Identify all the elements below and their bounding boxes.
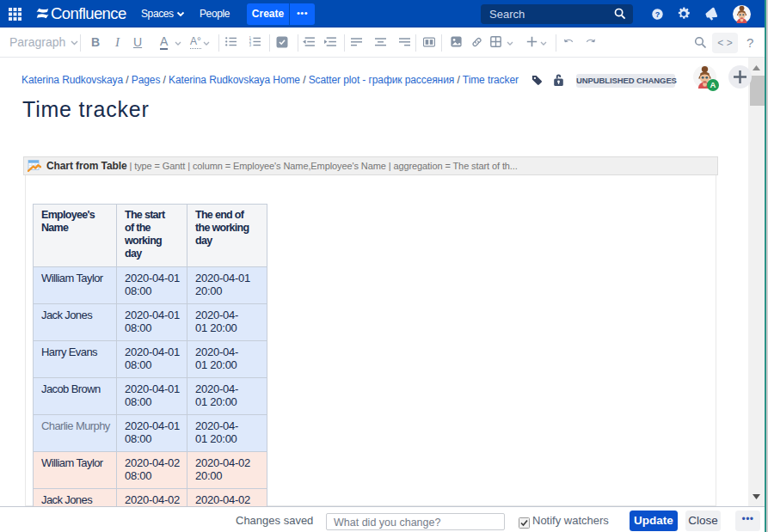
svg-text:A: A xyxy=(710,80,716,89)
svg-text:?: ? xyxy=(655,10,660,19)
svg-text:3: 3 xyxy=(249,43,252,47)
